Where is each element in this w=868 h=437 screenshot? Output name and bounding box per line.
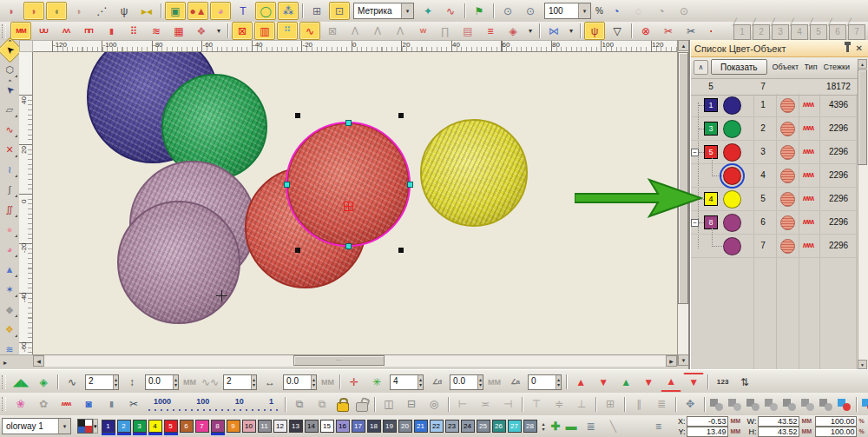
spinner-arrows[interactable]: ▴▾ — [477, 375, 483, 389]
angle-up2-icon[interactable]: Λ — [367, 22, 388, 40]
group-icon[interactable]: ⧉ — [289, 395, 310, 414]
w-field[interactable]: 43.52 — [758, 416, 799, 427]
color-object-row[interactable]: 45ʍʍ2296 — [691, 188, 859, 211]
center-design-icon[interactable]: ⊞ — [600, 395, 621, 414]
zigzag-tool-icon[interactable]: ∿ — [1, 121, 19, 139]
remove-color-button[interactable]: ▬ — [565, 420, 576, 433]
pattern-block-icon[interactable]: ▤ — [457, 22, 478, 40]
crossed-stitch-icon[interactable]: ✕ — [1, 141, 19, 159]
mesh-fill-icon[interactable]: ◈ — [503, 22, 523, 40]
grid-cross-green-icon[interactable]: ✳ — [366, 373, 387, 391]
toolbar-grip[interactable] — [2, 375, 6, 389]
circle-mauve-2[interactable] — [117, 201, 240, 324]
bowtie-icon[interactable]: ⋈ — [543, 22, 564, 40]
move-down-icon[interactable]: ▼ — [593, 373, 614, 391]
palette-swatch-26[interactable]: 26 — [492, 420, 506, 433]
panel-title-bar[interactable]: Список Цвет-Объект ✕ — [691, 40, 868, 57]
scale-y-field[interactable]: 100.00 — [815, 427, 857, 437]
move-up-green-icon[interactable]: ▲ — [615, 373, 636, 391]
grid-points-icon[interactable]: ⊡ — [329, 2, 350, 20]
object-color-circle[interactable] — [723, 96, 741, 115]
colorway-select[interactable]: olorway 1 ▾ — [2, 418, 71, 434]
motif-fill-icon[interactable]: ❖ — [191, 22, 212, 40]
color-object-row[interactable]: 11ʍʍ4396 — [691, 94, 859, 117]
palette-swatch-19[interactable]: 19 — [383, 420, 397, 433]
toolbar-grip[interactable] — [2, 24, 6, 38]
diamond-tool-icon[interactable]: ◆ — [1, 301, 19, 319]
wave-w-icon[interactable]: W — [412, 22, 433, 40]
scroll-left-icon[interactable]: ◀ — [33, 355, 44, 367]
ring-icon[interactable]: ◯ — [255, 2, 276, 20]
palette-swatch-28[interactable]: 28 — [523, 420, 537, 433]
y-field[interactable]: 13.49 — [687, 427, 728, 437]
horizontal-scroll-thumb[interactable]: ⋯ — [293, 355, 385, 366]
triangle-tool-icon[interactable]: ▲ — [1, 261, 19, 279]
crossed-box-icon[interactable]: ⊠ — [322, 22, 343, 40]
palette-swatch-6[interactable]: 6 — [180, 420, 194, 433]
selection-handle[interactable] — [407, 182, 413, 188]
palette-editor-icon[interactable] — [77, 419, 93, 434]
bobbin-icon[interactable]: ◙ — [78, 395, 99, 414]
palette-swatch-23[interactable]: 23 — [445, 420, 459, 433]
palette-swatch-22[interactable]: 22 — [430, 420, 444, 433]
step-fill-icon[interactable]: ΛΛ — [56, 22, 76, 40]
thread-color-chip[interactable]: 4 — [704, 192, 718, 206]
ball-view-icon[interactable]: ◔ — [651, 2, 672, 20]
needles-icon[interactable]: ||| — [101, 395, 122, 414]
selection-corner-handle[interactable] — [398, 113, 404, 118]
width-arrows-icon[interactable]: ↔ — [260, 373, 280, 391]
angle-a-icon[interactable]: ∠a — [504, 373, 525, 391]
scroll-down-icon[interactable]: ▼ — [858, 360, 867, 369]
divide-icon[interactable] — [819, 398, 833, 411]
overlap-keep-icon[interactable] — [861, 398, 868, 411]
add-color-button[interactable]: ✚ — [551, 420, 561, 433]
align-middle-icon[interactable]: ≑ — [549, 395, 569, 414]
crosshatch-box-icon[interactable]: ⊠ — [232, 22, 253, 40]
stop-icon[interactable]: ⊗ — [635, 22, 656, 40]
zoom-select[interactable]: 100 ▾ — [544, 3, 591, 19]
leaf-outline-icon[interactable]: ◖ — [46, 2, 67, 20]
palette-swatch-27[interactable]: 27 — [508, 420, 522, 433]
zigzag-spacing-icon[interactable]: ∿ — [62, 373, 82, 391]
circle-yellow[interactable] — [420, 119, 528, 227]
thread-color-chip[interactable]: 1 — [704, 98, 718, 112]
object-color-circle[interactable] — [723, 167, 741, 185]
slow-redraw-icon[interactable]: ╲ — [602, 417, 623, 435]
petal-small-icon[interactable]: ◗ — [69, 2, 89, 20]
palette-swatch-10[interactable]: 10 — [242, 420, 256, 433]
penetration-icon[interactable]: ┯ — [703, 22, 712, 40]
chevron-down-icon[interactable]: ▾ — [401, 3, 413, 18]
move-up-icon[interactable]: ▲ — [570, 373, 591, 391]
underlay-count-spinner[interactable]: 2▴▾ — [223, 374, 257, 390]
lock-icon[interactable] — [337, 402, 349, 412]
unlock-icon[interactable] — [356, 402, 368, 412]
palette-swatch-12[interactable]: 12 — [273, 420, 287, 433]
move-back-icon[interactable]: ▼ — [683, 373, 704, 392]
column-tool-icon[interactable]: ψ — [584, 22, 605, 40]
palette-swatch-25[interactable]: 25 — [477, 420, 490, 433]
palette-swatch-18[interactable]: 18 — [367, 420, 381, 433]
dot-fill-icon[interactable]: ⠿ — [123, 22, 144, 40]
length-spinner[interactable]: 0.0▴▾ — [450, 374, 483, 390]
fabric-select[interactable]: Метрика ▾ — [353, 3, 414, 19]
angle-up3-icon[interactable]: Λ — [390, 22, 411, 40]
palette-swatch-17[interactable]: 17 — [352, 420, 365, 433]
ungroup-icon[interactable]: ⧉ — [312, 395, 332, 414]
zoom-extra-icon[interactable]: ⊙ — [674, 2, 694, 20]
palette-swatch-20[interactable]: 20 — [398, 420, 412, 433]
scroll-right-icon[interactable]: ▶ — [666, 355, 677, 367]
outline-tool-icon[interactable]: ▱ — [1, 101, 19, 119]
cut-w-icon[interactable]: ✂ — [658, 22, 679, 40]
align-bottom-icon[interactable]: ⊥ — [571, 395, 592, 414]
palette-swatch-16[interactable]: 16 — [336, 420, 350, 433]
object-color-circle[interactable] — [723, 143, 741, 162]
distribute-h-icon[interactable]: ∥ — [628, 395, 649, 414]
fill-angle-icon[interactable]: ◢◣ — [10, 373, 31, 391]
ball-colored-icon[interactable]: ◔ — [606, 2, 627, 20]
grid-cross-red-icon[interactable]: ✛ — [344, 373, 365, 391]
triple-run-icon[interactable]: ∬ — [1, 201, 19, 219]
palette-scroll-spinner[interactable]: ▴▾ — [542, 421, 545, 432]
runner-icon[interactable]: ⚑ — [469, 2, 490, 20]
rotate-icon[interactable]: ◎ — [424, 395, 444, 414]
remove-overlap-icon[interactable] — [837, 398, 852, 411]
